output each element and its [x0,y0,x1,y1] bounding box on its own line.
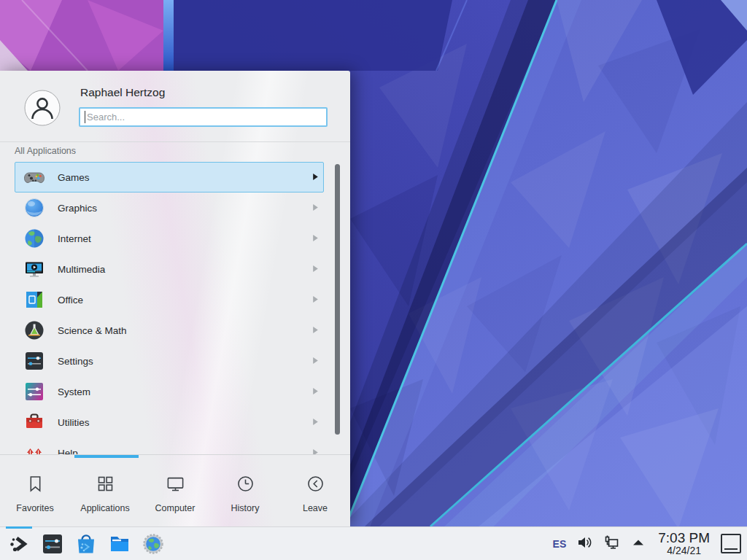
submenu-arrow-icon [312,446,319,454]
tab-label: Favorites [16,503,53,513]
clock-date: 4/24/21 [667,545,701,556]
system-icon [23,380,46,403]
tab-label: History [231,503,260,513]
clock[interactable]: 7:03 PM 4/24/21 [658,531,710,556]
settings-icon [23,349,46,373]
category-row-help[interactable]: Help [15,438,324,454]
dolphin-icon [108,545,131,558]
tab-label: Leave [303,503,328,513]
system-tray: ES [553,531,747,556]
submenu-arrow-icon [312,416,319,429]
submenu-arrow-icon [312,201,319,214]
discover-icon [74,545,98,558]
submenu-arrow-icon [312,293,319,306]
text-cursor [85,111,85,123]
category-label: Internet [58,233,312,244]
multimedia-icon [23,257,46,281]
taskbar-apps [0,532,165,556]
tab-label: Computer [155,503,196,513]
category-row-internet[interactable]: Internet [15,223,324,254]
user-name: Raphael Hertzog [80,86,165,99]
category-row-games[interactable]: Games [15,162,324,192]
submenu-arrow-icon [312,171,319,184]
category-label: Help [58,448,312,455]
help-icon [23,441,46,454]
clock-time: 7:03 PM [658,531,710,545]
taskbar-file-manager[interactable] [108,532,131,556]
category-list: Games Graphics Internet Multimedia Offic… [0,162,350,454]
user-avatar[interactable] [24,90,61,126]
keyboard-layout-indicator[interactable]: ES [553,538,567,550]
office-icon [23,288,46,311]
submenu-arrow-icon [312,262,319,276]
kickoff-icon [7,545,31,558]
tab-favorites[interactable]: Favorites [0,459,70,526]
category-label: Office [58,295,312,306]
category-row-graphics[interactable]: Graphics [15,192,324,223]
category-row-office[interactable]: Office [15,284,324,315]
utilities-icon [23,411,46,434]
graphics-icon [23,196,46,219]
desktop: Raphael Hertzog All Applications Games G… [0,0,747,560]
category-label: Settings [58,356,312,367]
internet-icon [23,227,46,250]
header-separator [0,141,350,142]
scrollbar[interactable] [335,164,340,435]
bookmark-icon [26,474,45,497]
application-launcher-menu: Raphael Hertzog All Applications Games G… [0,71,350,526]
submenu-arrow-icon [312,232,319,245]
category-row-system[interactable]: System [15,376,324,407]
taskbar-discover[interactable] [74,532,98,556]
tab-history[interactable]: History [210,459,280,526]
show-desktop-button[interactable] [721,534,741,553]
applications-grid-icon [96,474,115,497]
submenu-arrow-icon [312,324,319,337]
taskbar: ES [0,526,747,560]
category-row-settings[interactable]: Settings [15,346,324,376]
category-label: Multimedia [58,264,312,275]
category-row-utilities[interactable]: Utilities [15,407,324,438]
tabbar: Favorites Applications Computer History … [0,459,350,526]
category-label: Graphics [58,203,312,214]
category-label: Utilities [58,417,312,428]
science-icon [23,319,46,342]
tab-computer[interactable]: Computer [140,459,210,526]
computer-icon [166,474,185,497]
systemsettings-icon [41,545,64,558]
volume-icon[interactable] [576,534,593,554]
category-label: Games [58,172,312,183]
search-input[interactable] [79,107,328,127]
history-clock-icon [236,474,255,497]
tab-leave[interactable]: Leave [280,459,350,526]
tab-label: Applications [80,503,129,513]
category-label: Science & Math [58,325,312,336]
section-label: All Applications [15,146,76,156]
network-icon[interactable] [603,534,620,554]
taskbar-web-browser[interactable] [142,532,165,556]
taskbar-app-launcher[interactable] [7,532,31,556]
submenu-arrow-icon [312,354,319,368]
tray-expand-arrow-icon[interactable] [630,534,647,554]
konqueror-icon [142,545,165,558]
leave-icon [306,474,325,497]
tabbar-separator [0,454,350,455]
category-label: System [58,386,312,397]
category-row-multimedia[interactable]: Multimedia [15,254,324,284]
games-icon [23,166,46,189]
active-tab-indicator [74,455,139,458]
tab-applications[interactable]: Applications [70,459,140,526]
taskbar-system-settings[interactable] [41,532,64,556]
submenu-arrow-icon [312,385,319,398]
category-row-science-math[interactable]: Science & Math [15,315,324,346]
